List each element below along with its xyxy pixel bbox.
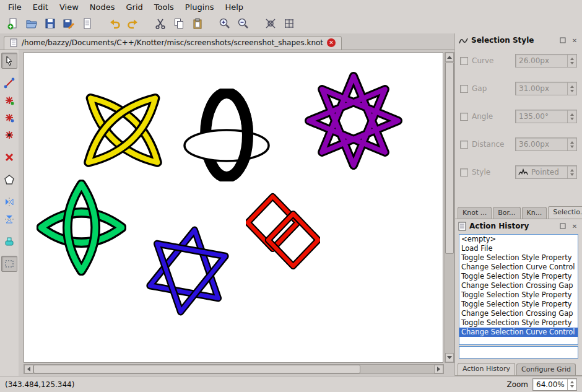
- curve-label: Curve: [472, 56, 511, 65]
- fill-style-tool-button[interactable]: [1, 233, 17, 250]
- menu-file[interactable]: File: [2, 1, 27, 13]
- spinner-arrows-icon[interactable]: [567, 110, 576, 123]
- curve-spinbox[interactable]: 26.00px: [515, 54, 577, 68]
- dock-tab-kn[interactable]: Kn...: [522, 207, 547, 219]
- action-history-item[interactable]: Toggle Selection Style Property: [459, 290, 578, 300]
- menu-nodes[interactable]: Nodes: [84, 1, 121, 13]
- action-history-item[interactable]: Toggle Selection Style Property: [459, 272, 578, 281]
- yellow-knot[interactable]: [81, 91, 165, 172]
- spinner-arrows-icon[interactable]: [567, 54, 576, 67]
- gap-spinbox[interactable]: 31.00px: [515, 82, 577, 95]
- cut-button[interactable]: [151, 15, 170, 32]
- distance-spinbox[interactable]: 36.00px: [515, 137, 577, 151]
- menu-plugins[interactable]: Plugins: [180, 1, 220, 13]
- save-document-button[interactable]: [41, 15, 59, 32]
- close-dock-icon[interactable]: ✕: [570, 36, 579, 45]
- horizontal-scrollbar[interactable]: [24, 364, 444, 374]
- gap-checkbox[interactable]: [460, 85, 468, 93]
- scroll-down-icon[interactable]: [445, 353, 454, 362]
- purple-star-knot[interactable]: [304, 71, 403, 170]
- undo-button[interactable]: [105, 15, 124, 32]
- dock-tab-selection[interactable]: Selectio...: [548, 206, 582, 219]
- close-tab-icon[interactable]: ✕: [327, 38, 336, 47]
- add-node-tool-button[interactable]: [1, 92, 17, 108]
- new-document-button[interactable]: [4, 15, 22, 32]
- dock-tab-knot[interactable]: Knot ...: [458, 207, 492, 219]
- angle-checkbox[interactable]: [460, 113, 468, 121]
- save-document-icon: [44, 17, 56, 30]
- combo-dropdown-icon[interactable]: [567, 166, 576, 178]
- action-history-item[interactable]: Load File: [459, 244, 578, 253]
- edit-graph-tool-button[interactable]: [1, 75, 17, 91]
- action-history-item[interactable]: Change Selection Crossing Gap: [459, 281, 578, 290]
- menu-tools[interactable]: Tools: [149, 1, 180, 13]
- mirror-vertical-tool-button[interactable]: [1, 211, 17, 227]
- menu-help[interactable]: Help: [219, 1, 249, 13]
- vertical-scrollbar[interactable]: [445, 52, 454, 363]
- node-move-icon: [4, 129, 15, 141]
- tab-action-history[interactable]: Action History: [458, 363, 515, 375]
- tab-configure-grid[interactable]: Configure Grid: [516, 364, 576, 375]
- angle-spinbox[interactable]: 135.00°: [515, 110, 577, 123]
- scroll-left-icon[interactable]: [24, 365, 33, 373]
- gap-value: 31.00px: [516, 84, 567, 93]
- export-document-button[interactable]: [78, 15, 97, 32]
- green-quatrefoil-knot[interactable]: [37, 180, 126, 276]
- zoom-out-button[interactable]: [234, 15, 253, 32]
- menu-grid[interactable]: Grid: [121, 1, 149, 13]
- grid-toggle-button[interactable]: [280, 15, 298, 32]
- action-history-item[interactable]: Change Selection Curve Control: [459, 328, 578, 337]
- menu-edit[interactable]: Edit: [27, 1, 54, 13]
- move-nodes-tool-button[interactable]: [1, 127, 17, 143]
- action-history-item[interactable]: Toggle Selection Style Property: [459, 318, 578, 328]
- black-oval-knot[interactable]: [182, 89, 272, 181]
- scroll-up-icon[interactable]: [445, 53, 454, 62]
- save-document-as-button[interactable]: [59, 15, 78, 32]
- delete-node-tool-button[interactable]: [1, 149, 17, 165]
- float-dock-icon[interactable]: [558, 36, 567, 45]
- polygon-tool-button[interactable]: [1, 172, 17, 188]
- zoom-in-button[interactable]: [215, 15, 234, 32]
- style-checkbox[interactable]: [460, 168, 468, 176]
- mirror-horizontal-icon: [4, 196, 15, 207]
- grid-icon: [283, 17, 295, 30]
- style-label: Style: [472, 168, 511, 176]
- action-history-item[interactable]: Change Selection Curve Control: [459, 263, 578, 272]
- curve-checkbox[interactable]: [460, 57, 468, 65]
- connect-nodes-tool-button[interactable]: [1, 110, 17, 126]
- zoom-spinbox[interactable]: 64.00%: [532, 378, 577, 391]
- distance-checkbox[interactable]: [460, 141, 468, 149]
- redo-button[interactable]: [124, 15, 142, 32]
- export-document-icon: [81, 17, 93, 30]
- delete-icon: [4, 152, 15, 163]
- action-history-item[interactable]: Toggle Selection Style Property: [459, 253, 578, 263]
- rectangle-select-tool-button[interactable]: [1, 256, 17, 272]
- scroll-right-icon[interactable]: [434, 365, 443, 373]
- status-bar: (343.484,125.344) Zoom 64.00%: [0, 376, 582, 392]
- paste-button[interactable]: [188, 15, 207, 32]
- knot-canvas[interactable]: [24, 52, 443, 363]
- red-square-knot[interactable]: [246, 193, 320, 270]
- new-document-icon: [7, 17, 19, 30]
- blue-hexagram-knot[interactable]: [144, 226, 231, 316]
- copy-button[interactable]: [170, 15, 188, 32]
- action-history-item[interactable]: <empty>: [459, 235, 578, 244]
- spinner-arrows-icon[interactable]: [567, 138, 576, 150]
- horizontal-scroll-thumb[interactable]: [33, 365, 360, 373]
- vertical-scroll-thumb[interactable]: [445, 62, 454, 254]
- close-dock-icon[interactable]: ✕: [570, 222, 579, 230]
- style-combobox[interactable]: Pointed: [515, 165, 577, 179]
- open-document-button[interactable]: [22, 15, 41, 32]
- action-history-item[interactable]: Change Selection Crossing Gap: [459, 309, 578, 318]
- document-tab[interactable]: /home/bazzy/Documents/C++/Knotter/misc/s…: [4, 36, 342, 50]
- spinner-arrows-icon[interactable]: [567, 379, 576, 390]
- spinner-arrows-icon[interactable]: [567, 82, 576, 95]
- knot-display-button[interactable]: [261, 15, 280, 32]
- float-dock-icon[interactable]: [558, 222, 567, 230]
- mirror-horizontal-tool-button[interactable]: [1, 194, 17, 210]
- dock-tab-borders[interactable]: Bor...: [493, 207, 520, 219]
- action-history-list[interactable]: <empty> Load File Toggle Selection Style…: [459, 234, 578, 345]
- action-history-item[interactable]: Toggle Selection Style Property: [459, 300, 578, 309]
- select-tool-button[interactable]: [1, 53, 17, 69]
- menu-view[interactable]: View: [54, 1, 84, 13]
